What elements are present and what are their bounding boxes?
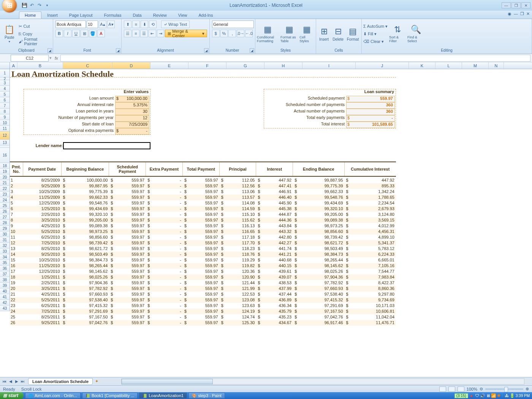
row-header[interactable]: 24 bbox=[0, 197, 10, 203]
tab-insert[interactable]: Insert bbox=[41, 11, 63, 19]
tab-review[interactable]: Review bbox=[147, 11, 173, 19]
amort-row[interactable]: 72/25/2010$99,320.10$559.97$-$559.97$115… bbox=[10, 212, 396, 217]
amort-row[interactable]: 1510/25/2010$98,384.73$559.97$-$559.97$1… bbox=[10, 257, 396, 263]
number-format-select[interactable] bbox=[212, 21, 254, 28]
input-value-cell[interactable]: 12 bbox=[115, 115, 149, 122]
zoom-level[interactable]: 100% bbox=[467, 387, 477, 391]
amort-row[interactable]: 1712/25/2010$98,145.62$559.97$-$559.97$1… bbox=[10, 269, 396, 274]
font-size-select[interactable] bbox=[87, 21, 98, 28]
minimize-button[interactable]: — bbox=[502, 2, 511, 8]
amort-row[interactable]: 94/25/2010$99,089.38$559.97$-$559.97$116… bbox=[10, 223, 396, 229]
mdi-close-icon[interactable]: ✕ bbox=[526, 11, 530, 16]
row-header[interactable]: 30 bbox=[0, 231, 10, 237]
row-header[interactable]: 20 bbox=[0, 174, 10, 180]
font-name-select[interactable] bbox=[55, 21, 86, 28]
alignment-launcher-icon[interactable]: ◢ bbox=[204, 48, 209, 53]
row-header[interactable]: 35 bbox=[0, 260, 10, 266]
new-sheet-icon[interactable]: ✦ bbox=[95, 379, 98, 384]
row-header[interactable]: 1 bbox=[0, 69, 10, 78]
increase-indent-icon[interactable]: ⇥ bbox=[157, 30, 165, 37]
format-painter-button[interactable]: 🖌 Format Painter bbox=[19, 38, 51, 45]
amort-row[interactable]: 127/25/2010$98,739.42$559.97$-$559.97$11… bbox=[10, 240, 396, 246]
taskbar-item[interactable]: 🌐AimLoan.com - Onlin... bbox=[25, 393, 81, 399]
taskbar-item[interactable]: 🎨step3 - Paint bbox=[188, 393, 225, 399]
wrap-text-button[interactable]: ⤶ Wrap Text bbox=[161, 21, 190, 28]
bold-button[interactable]: B bbox=[55, 30, 63, 37]
row-header[interactable]: 42 bbox=[0, 300, 10, 306]
row-header[interactable]: 13 bbox=[0, 140, 10, 146]
column-header-G[interactable]: G bbox=[226, 62, 264, 69]
align-bottom-icon[interactable]: ⬇ bbox=[141, 21, 148, 28]
amort-row[interactable]: 203/25/2011$97,782.92$559.97$-$559.97$12… bbox=[10, 286, 396, 291]
tray-bluetooth-icon[interactable]: ᛒ bbox=[501, 393, 504, 398]
tab-next-icon[interactable]: ▶ bbox=[14, 379, 20, 383]
row-header[interactable]: 7 bbox=[0, 103, 10, 109]
currency-icon[interactable]: $ bbox=[212, 30, 220, 37]
amort-row[interactable]: 269/25/2011$97,042.76$559.97$-$559.97$12… bbox=[10, 320, 396, 326]
redo-icon[interactable]: ↷ bbox=[36, 2, 43, 8]
column-header-M[interactable]: M bbox=[462, 62, 489, 69]
format-cells-button[interactable]: ▤Format bbox=[346, 21, 360, 46]
increase-font-icon[interactable]: A▴ bbox=[99, 21, 106, 28]
clear-button[interactable]: ⌫ Clear ▾ bbox=[363, 38, 388, 45]
zoom-slider[interactable] bbox=[485, 388, 523, 390]
page-break-view-icon[interactable] bbox=[458, 386, 464, 392]
align-middle-icon[interactable]: ≡ bbox=[132, 21, 140, 28]
row-header[interactable]: 38 bbox=[0, 277, 10, 283]
font-launcher-icon[interactable]: ◢ bbox=[116, 48, 120, 53]
paste-button[interactable]: 📋Paste▼ bbox=[2, 21, 17, 46]
amort-row[interactable]: 1611/25/2010$98,265.44$559.97$-$559.97$1… bbox=[10, 263, 396, 269]
column-header-J[interactable]: J bbox=[356, 62, 409, 69]
taskbar-item[interactable]: 📗Book1 [Compatibility ... bbox=[82, 393, 138, 399]
tab-add-ins[interactable]: Add-Ins bbox=[193, 11, 218, 19]
decrease-indent-icon[interactable]: ⇤ bbox=[149, 30, 156, 37]
row-header[interactable]: 11 bbox=[0, 126, 10, 131]
column-header-N[interactable]: N bbox=[489, 62, 504, 69]
row-header[interactable]: 12 bbox=[0, 131, 10, 140]
worksheet-grid[interactable]: ABCDEFGHIJKLMN 1234567891011121316181920… bbox=[0, 62, 532, 344]
amort-row[interactable]: 310/25/2009$99,775.39$559.97$-$559.97$11… bbox=[10, 189, 396, 195]
mdi-restore-icon[interactable]: ❐ bbox=[520, 11, 524, 16]
taskbar-item[interactable]: 📗LoanAmortization1 bbox=[139, 393, 187, 399]
tab-data[interactable]: Data bbox=[127, 11, 147, 19]
qat-dropdown-icon[interactable]: ▼ bbox=[44, 2, 50, 8]
amort-row[interactable]: 149/25/2010$98,503.49$559.97$-$559.97$11… bbox=[10, 252, 396, 257]
autosum-button[interactable]: Σ AutoSum ▾ bbox=[363, 23, 388, 30]
row-header[interactable]: 31 bbox=[0, 237, 10, 243]
row-header[interactable]: 23 bbox=[0, 192, 10, 197]
sort-filter-button[interactable]: ⇅Sort & Filter bbox=[389, 21, 406, 46]
amort-row[interactable]: 138/25/2010$98,621.72$559.97$-$559.97$11… bbox=[10, 246, 396, 252]
amort-row[interactable]: 411/25/2009$99,662.33$559.97$-$559.97$11… bbox=[10, 195, 396, 200]
orientation-icon[interactable]: ⟲ bbox=[149, 21, 157, 28]
column-header-E[interactable]: E bbox=[150, 62, 188, 69]
row-header[interactable]: 27 bbox=[0, 214, 10, 220]
row-header[interactable]: 26 bbox=[0, 209, 10, 214]
row-header[interactable]: 32 bbox=[0, 243, 10, 249]
amort-row[interactable]: 225/25/2011$97,538.40$559.97$-$559.97$12… bbox=[10, 297, 396, 303]
horizontal-scrollbar[interactable] bbox=[121, 378, 524, 385]
align-right-icon[interactable]: ☰ bbox=[140, 30, 148, 37]
decrease-decimal-icon[interactable]: ←.0 bbox=[245, 30, 253, 37]
amort-row[interactable]: 181/25/2011$98,025.26$559.97$-$559.97$12… bbox=[10, 274, 396, 280]
restore-button[interactable]: ❐ bbox=[511, 2, 521, 8]
amort-row[interactable]: 512/25/2009$99,548.76$559.97$-$559.97$11… bbox=[10, 200, 396, 206]
merge-center-button[interactable]: ⊞ Merge & Center ▾ bbox=[165, 30, 207, 37]
zoom-in-icon[interactable]: ⊕ bbox=[526, 386, 529, 391]
cut-button[interactable]: ✂ Cut bbox=[19, 23, 51, 30]
align-center-icon[interactable]: ≡ bbox=[132, 30, 140, 37]
copy-button[interactable]: ⎘ Copy bbox=[19, 30, 51, 37]
cell-styles-button[interactable]: ▦Cell Styles bbox=[299, 21, 314, 46]
amort-row[interactable]: 18/25/2009$100,000.00$559.97$-$559.97$11… bbox=[10, 177, 396, 183]
help-icon[interactable]: ◉ bbox=[508, 11, 511, 16]
input-value-cell[interactable]: 7/25/2009 bbox=[115, 122, 149, 128]
tray-icon[interactable]: 🔺 bbox=[469, 393, 474, 398]
row-header[interactable]: 6 bbox=[0, 97, 10, 103]
amort-row[interactable]: 105/25/2010$98,973.25$559.97$-$559.97$11… bbox=[10, 229, 396, 234]
tray-timer[interactable]: (3:15) bbox=[454, 393, 468, 398]
tray-icon[interactable]: 🔊 bbox=[480, 393, 485, 398]
decrease-font-icon[interactable]: A▾ bbox=[107, 21, 115, 28]
tab-first-icon[interactable]: ⏮ bbox=[2, 379, 8, 383]
column-header-D[interactable]: D bbox=[112, 62, 150, 69]
percent-icon[interactable]: % bbox=[220, 30, 228, 37]
amort-row[interactable]: 83/25/2010$99,205.00$559.97$-$559.97$115… bbox=[10, 217, 396, 223]
